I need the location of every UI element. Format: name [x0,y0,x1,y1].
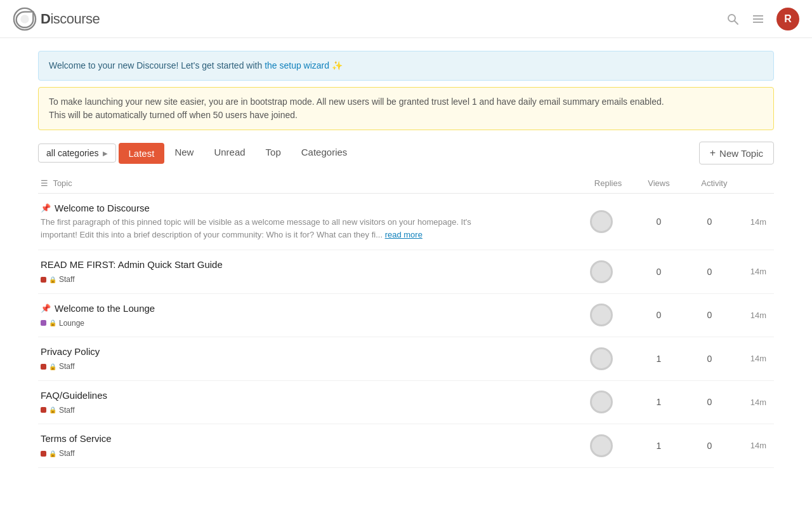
avatar-cell [582,424,633,468]
table-row: 📌Welcome to the Lounge🔒Lounge0014m [38,293,774,337]
topic-title[interactable]: 📌Welcome to the Lounge [41,303,580,314]
activity-cell: 14m [735,380,774,424]
activity-cell: 14m [735,250,774,294]
views-cell: 0 [684,293,735,337]
views-cell: 0 [684,380,735,424]
nav-left: all categories ▶ Latest New Unread Top C… [38,142,357,164]
lock-icon: 🔒 [49,276,56,283]
activity-cell: 14m [735,194,774,250]
views-cell: 0 [684,337,735,381]
bootstrap-line2: This will be automatically turned off wh… [49,109,763,122]
pin-icon: 📌 [41,203,51,213]
replies-cell: 0 [633,250,684,294]
avatar [590,304,613,326]
topic-title[interactable]: Terms of Service [41,433,580,444]
category-name: Staff [59,275,74,284]
lock-icon: 🔒 [49,363,56,370]
category-dot [41,451,46,457]
topic-title[interactable]: FAQ/Guidelines [41,390,580,401]
tab-categories[interactable]: Categories [291,142,358,164]
categories-label: all categories [46,148,99,158]
replies-header: Replies [582,173,633,194]
lock-icon: 🔒 [49,319,56,326]
lock-icon: 🔒 [49,406,56,413]
topic-cell: 📌Welcome to the Lounge🔒Lounge [38,293,582,337]
logo[interactable]: Discourse [13,7,100,31]
avatar [590,210,613,233]
category-dot [41,320,46,326]
categories-dropdown[interactable]: all categories ▶ [38,144,116,163]
user-avatar[interactable]: R [776,8,799,30]
avatar-cell [582,337,633,381]
welcome-banner: Welcome to your new Discourse! Let's get… [38,51,774,81]
avatar [590,391,613,413]
new-topic-button[interactable]: + New Topic [699,142,774,164]
topic-tabs: Latest New Unread Top Categories [119,142,358,164]
activity-cell: 14m [735,293,774,337]
logo-text: Discourse [41,11,100,27]
tab-top[interactable]: Top [256,142,291,164]
bootstrap-line1: To make launching your new site easier, … [49,95,763,109]
table-row: 📌Welcome to DiscourseThe first paragraph… [38,194,774,250]
category-dot [41,364,46,370]
avatar-circle [591,304,612,326]
category-badge: 🔒Staff [41,449,74,458]
category-name: Staff [59,449,74,458]
tab-unread[interactable]: Unread [204,142,255,164]
topic-cell: Privacy Policy🔒Staff [38,337,582,381]
avatar [590,260,613,283]
topic-title[interactable]: Privacy Policy [41,346,580,357]
table-row: Terms of Service🔒Staff1014m [38,424,774,468]
topic-title[interactable]: READ ME FIRST: Admin Quick Start Guide [41,259,580,270]
replies-cell: 1 [633,337,684,381]
table-row: READ ME FIRST: Admin Quick Start Guide🔒S… [38,250,774,294]
main-content: Welcome to your new Discourse! Let's get… [25,38,787,481]
views-cell: 0 [684,250,735,294]
topic-cell: READ ME FIRST: Admin Quick Start Guide🔒S… [38,250,582,294]
activity-cell: 14m [735,337,774,381]
topics-table: ☰ Topic Replies Views Activity 📌Welcome … [38,173,774,468]
category-name: Staff [59,406,74,415]
replies-cell: 1 [633,380,684,424]
avatar-circle [591,435,612,457]
category-name: Staff [59,362,74,371]
avatar-cell [582,194,633,250]
replies-cell: 0 [633,293,684,337]
logo-icon [13,7,37,31]
views-cell: 0 [684,194,735,250]
tab-latest[interactable]: Latest [119,143,165,164]
category-badge: 🔒Lounge [41,319,84,328]
setup-wizard-link[interactable]: the setup wizard [265,60,329,70]
category-dot [41,407,46,413]
topic-header: ☰ Topic [38,173,582,194]
activity-cell: 14m [735,424,774,468]
category-dot [41,277,46,283]
avatar [590,347,613,370]
avatar [590,434,613,457]
avatar-circle [591,261,612,283]
topic-excerpt: The first paragraph of this pinned topic… [41,216,472,241]
avatar-cell [582,293,633,337]
replies-cell: 0 [633,194,684,250]
topic-cell: 📌Welcome to DiscourseThe first paragraph… [38,194,582,250]
activity-header: Activity [684,173,735,194]
read-more-link[interactable]: read more [385,230,422,239]
table-row: FAQ/Guidelines🔒Staff1014m [38,380,774,424]
tab-new[interactable]: New [164,142,204,164]
avatar-circle [591,391,612,413]
views-cell: 0 [684,424,735,468]
topic-cell: FAQ/Guidelines🔒Staff [38,380,582,424]
category-badge: 🔒Staff [41,406,74,415]
welcome-text: Welcome to your new Discourse! Let's get… [49,60,265,70]
header: Discourse R [0,0,812,38]
search-icon[interactable] [726,12,740,26]
svg-line-3 [735,21,738,24]
avatar-circle [591,211,612,232]
chevron-icon: ▶ [103,150,108,157]
new-topic-label: New Topic [719,148,763,159]
menu-icon[interactable] [751,12,765,26]
topic-title[interactable]: 📌Welcome to Discourse [41,203,580,213]
category-badge: 🔒Staff [41,362,74,371]
category-badge: 🔒Staff [41,275,74,284]
bootstrap-banner: To make launching your new site easier, … [38,87,774,130]
